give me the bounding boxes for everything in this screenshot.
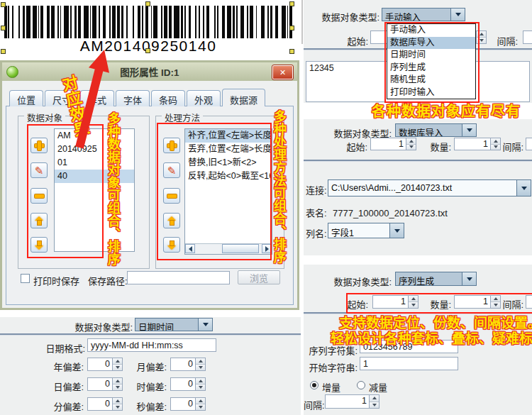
chevron-down-icon[interactable] <box>462 272 476 285</box>
scroll-left-button[interactable] <box>185 244 195 253</box>
tab-5[interactable]: 外观 <box>187 90 221 106</box>
spin-up-button[interactable] <box>113 378 122 384</box>
date-format-field[interactable]: yyyy-MM-dd HH:mm:ss <box>87 338 216 352</box>
methods-list[interactable]: 补齐,位置<左端>长度<丢弃,位置<左端>长度<替换,旧<1>新<2>反转,起始… <box>185 129 272 183</box>
list-item[interactable]: 补齐,位置<左端>长度< <box>185 129 272 143</box>
chevron-down-icon[interactable] <box>516 180 531 196</box>
spin-up-button[interactable] <box>196 378 205 384</box>
spin-down-button[interactable] <box>113 384 122 390</box>
offset-spinner[interactable]: 0 <box>87 358 123 371</box>
close-button[interactable]: ✕ <box>272 65 293 79</box>
list-item[interactable]: 随机生成 <box>387 74 475 87</box>
list-item[interactable]: 反转,起始<0>截至<16 <box>185 170 272 183</box>
selection-handle[interactable] <box>289 1 294 6</box>
spin-down-button[interactable] <box>370 402 379 409</box>
offset-spinner[interactable]: 0 <box>87 397 123 411</box>
spin-down-button[interactable] <box>196 384 205 390</box>
list-item[interactable]: 20140925 <box>55 143 134 156</box>
list-item[interactable]: 日期时间 <box>387 49 475 62</box>
start-label: 起始: <box>327 297 368 311</box>
move-up-data-object-button[interactable] <box>31 213 48 228</box>
selection-handle[interactable] <box>1 26 6 31</box>
selection-handle[interactable] <box>1 49 6 54</box>
sequence-type-combo[interactable]: 序列生成 <box>395 272 477 286</box>
tab-4[interactable]: 条码 <box>151 90 185 106</box>
tab-2[interactable]: 样式 <box>80 90 114 106</box>
remove-data-object-button[interactable] <box>31 188 48 204</box>
offset-spinner[interactable]: 0 <box>170 358 206 371</box>
pencil-icon: ✎ <box>35 165 44 176</box>
methods-listbox[interactable]: 补齐,位置<左端>长度<丢弃,位置<左端>长度<替换,旧<1>新<2>反转,起始… <box>184 128 272 255</box>
list-item[interactable]: 序列生成 <box>387 62 475 74</box>
selection-handle[interactable] <box>145 48 150 53</box>
offset-spinner[interactable]: 0 <box>87 377 123 391</box>
edit-data-object-button[interactable]: ✎ <box>31 162 48 178</box>
minus-icon <box>35 194 44 198</box>
list-item[interactable]: 手动输入 <box>387 24 475 37</box>
spin-down-button[interactable] <box>477 38 486 43</box>
increment-radio[interactable] <box>310 381 318 389</box>
data-objects-list[interactable]: AM201409250140 <box>54 128 135 252</box>
count-spinner[interactable]: 1 <box>454 295 501 309</box>
manual-type-combo[interactable]: 手动输入 <box>382 8 465 21</box>
list-item[interactable]: 丢弃,位置<左端>长度< <box>185 143 272 156</box>
scrollbar-thumb[interactable] <box>222 244 259 253</box>
spin-up-button[interactable] <box>196 398 205 404</box>
horizontal-scrollbar[interactable] <box>185 243 272 254</box>
list-item[interactable]: 打印时输入 <box>387 87 475 99</box>
type-dropdown-list[interactable]: 手动输入数据库导入日期时间序列生成随机生成打印时输入 <box>387 23 476 99</box>
barcode-image[interactable] <box>4 6 292 38</box>
dialog-titlebar[interactable]: 图形属性 ID:1 ✕ <box>2 62 297 81</box>
connection-combo[interactable]: C:\Users\Admi..._20140723.txt <box>328 179 531 197</box>
tab-6[interactable]: 数据源 <box>222 89 265 106</box>
arrow-down-icon <box>167 240 176 250</box>
count-spinner[interactable]: 1 <box>454 138 501 150</box>
add-method-button[interactable] <box>163 138 180 153</box>
save-path-field[interactable] <box>127 271 230 284</box>
list-item[interactable]: 40 <box>55 170 134 183</box>
selection-handle[interactable] <box>289 26 294 31</box>
edit-method-button[interactable]: ✎ <box>163 162 180 178</box>
move-down-method-button[interactable] <box>163 237 180 253</box>
spin-up-button[interactable] <box>370 395 379 402</box>
tab-3[interactable]: 字体 <box>116 90 150 106</box>
save-on-print-checkbox[interactable] <box>21 274 30 283</box>
interval2-spinner[interactable]: 1 <box>325 394 379 409</box>
offset-spinner[interactable]: 0 <box>170 377 206 391</box>
selection-handle[interactable] <box>289 49 294 54</box>
start-string-field[interactable]: 1 <box>360 357 458 370</box>
spin-down-button[interactable] <box>196 404 205 410</box>
move-up-method-button[interactable] <box>163 213 180 228</box>
scrollbar-track[interactable] <box>195 244 262 254</box>
chevron-down-icon[interactable] <box>462 124 476 136</box>
decrement-radio[interactable] <box>357 381 365 389</box>
list-item[interactable]: 替换,旧<1>新<2> <box>185 156 272 170</box>
spin-up-button[interactable] <box>477 31 486 38</box>
datetime-type-combo[interactable]: 日期时间 <box>135 318 213 331</box>
interval-field[interactable] <box>523 31 532 44</box>
selection-handle[interactable] <box>145 1 150 6</box>
database-type-combo[interactable]: 数据库导入 <box>395 123 477 137</box>
browse-button[interactable]: 浏览 <box>238 270 280 284</box>
offset-spinner[interactable]: 0 <box>170 397 206 411</box>
list-item[interactable]: AM <box>55 129 134 143</box>
move-down-data-object-button[interactable] <box>31 237 48 253</box>
chevron-down-icon[interactable] <box>198 319 212 331</box>
selection-handle[interactable] <box>1 2 6 7</box>
spin-down-button[interactable] <box>196 365 205 370</box>
tab-0[interactable]: 位置 <box>9 90 43 106</box>
remove-method-button[interactable] <box>163 188 180 204</box>
list-item[interactable]: 01 <box>55 156 134 170</box>
chevron-down-icon[interactable] <box>450 9 465 21</box>
spin-up-button[interactable] <box>113 398 122 404</box>
spin-up-button[interactable] <box>113 358 122 365</box>
list-item[interactable]: 数据库导入 <box>387 37 475 50</box>
spin-down-button[interactable] <box>113 404 122 410</box>
spin-down-button[interactable] <box>113 365 122 370</box>
interval-field[interactable] <box>526 295 532 309</box>
add-data-object-button[interactable] <box>31 138 48 153</box>
column-combo[interactable]: 字段1 <box>328 223 404 238</box>
chevron-down-icon[interactable] <box>389 223 404 238</box>
spin-up-button[interactable] <box>196 358 205 365</box>
interval-field[interactable] <box>526 138 532 150</box>
